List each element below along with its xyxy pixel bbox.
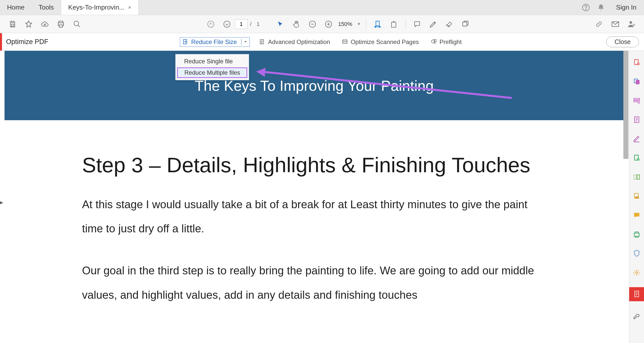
document-banner: The Keys To Improving Your Painting xyxy=(5,51,624,120)
bell-icon[interactable] xyxy=(595,2,607,14)
zoom-in-icon[interactable] xyxy=(323,19,334,30)
save-icon[interactable] xyxy=(7,19,18,30)
page-down-icon[interactable] xyxy=(221,19,232,30)
svg-point-6 xyxy=(74,21,79,26)
link-icon[interactable] xyxy=(594,19,605,30)
edit-pdf-icon[interactable] xyxy=(632,96,641,105)
hand-tool-icon[interactable] xyxy=(291,19,302,30)
paragraph-1: At this stage I would usually take a bit… xyxy=(82,192,548,241)
right-tool-rail xyxy=(629,51,644,343)
highlight-icon[interactable] xyxy=(428,19,439,30)
main-toolbar: / 1 150%▼ xyxy=(0,15,644,33)
document-viewport: The Keys To Improving Your Painting Step… xyxy=(5,51,624,343)
reduce-file-size-button[interactable]: Reduce File Size xyxy=(180,37,250,47)
svg-point-1 xyxy=(586,9,586,10)
optimize-subbar: Optimize PDF Reduce File Size Advanced O… xyxy=(0,33,644,51)
close-tab-icon[interactable]: × xyxy=(128,4,131,11)
print-icon[interactable] xyxy=(55,19,66,30)
advanced-icon xyxy=(259,39,265,45)
reduce-dropdown: Reduce Single file Reduce Multiple files xyxy=(175,54,249,80)
svg-rect-5 xyxy=(59,25,62,27)
svg-rect-36 xyxy=(634,233,639,236)
search-icon[interactable] xyxy=(71,19,83,30)
svg-rect-3 xyxy=(11,24,14,26)
share-person-icon[interactable] xyxy=(626,19,637,30)
protect-icon[interactable] xyxy=(632,249,641,258)
svg-rect-25 xyxy=(636,80,639,84)
reduce-file-icon xyxy=(182,39,189,45)
preflight-button[interactable]: Preflight xyxy=(428,37,464,47)
reduce-multiple-item[interactable]: Reduce Multiple files xyxy=(177,67,247,78)
svg-rect-26 xyxy=(634,98,639,100)
menubar: Home Tools Keys-To-Improvin... × Sign In xyxy=(0,0,644,15)
chevron-down-icon[interactable] xyxy=(241,39,250,45)
home-tab[interactable]: Home xyxy=(0,0,31,15)
svg-rect-28 xyxy=(638,101,639,103)
wrench-icon[interactable] xyxy=(632,311,641,320)
page-sep: / xyxy=(250,21,252,27)
svg-point-37 xyxy=(636,272,638,274)
vertical-scrollbar[interactable] xyxy=(623,51,628,159)
subbar-title: Optimize PDF xyxy=(6,38,48,46)
email-icon[interactable] xyxy=(610,19,621,30)
combine-icon[interactable] xyxy=(632,77,641,86)
close-subbar-button[interactable]: Close xyxy=(606,36,639,47)
organize-icon[interactable] xyxy=(632,153,641,162)
signin-button[interactable]: Sign In xyxy=(609,4,644,11)
page-number-input[interactable] xyxy=(235,19,248,29)
svg-point-7 xyxy=(208,21,214,27)
svg-rect-35 xyxy=(635,197,639,198)
star-icon[interactable] xyxy=(23,19,34,30)
stamp-icon[interactable] xyxy=(460,19,471,30)
svg-rect-32 xyxy=(634,175,636,179)
help-icon[interactable] xyxy=(580,2,592,14)
fit-width-icon[interactable] xyxy=(372,19,383,30)
active-tool-indicator xyxy=(0,33,2,51)
page-up-icon[interactable] xyxy=(205,19,216,30)
preflight-icon xyxy=(430,39,437,45)
cloud-upload-icon[interactable] xyxy=(39,19,50,30)
fit-page-icon[interactable] xyxy=(388,19,399,30)
page-total: 1 xyxy=(257,21,260,27)
print-production-icon[interactable] xyxy=(632,230,641,239)
compress-icon[interactable] xyxy=(632,173,641,182)
svg-rect-33 xyxy=(637,175,639,179)
optimize-scanned-button[interactable]: Optimize Scanned Pages xyxy=(339,37,421,47)
advanced-optimization-button[interactable]: Advanced Optimization xyxy=(256,37,333,47)
tools-tab[interactable]: Tools xyxy=(31,0,61,15)
document-tab-label: Keys-To-Improvin... xyxy=(68,4,125,11)
svg-point-15 xyxy=(629,21,632,24)
svg-rect-13 xyxy=(463,22,467,26)
more-tools-icon[interactable] xyxy=(632,268,641,277)
sign-icon[interactable] xyxy=(444,19,455,30)
paragraph-2: Our goal in the third step is to really … xyxy=(82,259,548,307)
redact-icon[interactable] xyxy=(632,192,641,201)
document-tab[interactable]: Keys-To-Improvin... × xyxy=(61,0,139,15)
annotation-arrow-head xyxy=(256,67,265,77)
document-body: Step 3 – Details, Highlights & Finishing… xyxy=(5,120,624,307)
selection-tool-icon[interactable] xyxy=(275,19,286,30)
zoom-out-icon[interactable] xyxy=(307,19,318,30)
create-pdf-icon[interactable] xyxy=(632,58,641,67)
chevron-down-icon: ▼ xyxy=(357,22,361,26)
comment-rail-icon[interactable] xyxy=(632,211,641,220)
svg-rect-12 xyxy=(392,22,396,27)
zoom-dropdown[interactable]: 150%▼ xyxy=(338,21,361,27)
section-heading: Step 3 – Details, Highlights & Finishing… xyxy=(82,153,548,177)
reduce-single-item[interactable]: Reduce Single file xyxy=(176,56,249,67)
comment-icon[interactable] xyxy=(412,19,423,30)
svg-rect-27 xyxy=(634,101,637,102)
fill-sign-icon[interactable] xyxy=(632,134,641,143)
svg-point-8 xyxy=(224,21,230,27)
left-panel-expand[interactable]: ▶ xyxy=(0,196,3,209)
optimize-rail-icon[interactable] xyxy=(629,287,644,301)
svg-rect-11 xyxy=(376,21,379,26)
scanned-icon xyxy=(342,39,348,45)
export-pdf-icon[interactable] xyxy=(632,115,641,124)
svg-rect-2 xyxy=(11,21,14,23)
